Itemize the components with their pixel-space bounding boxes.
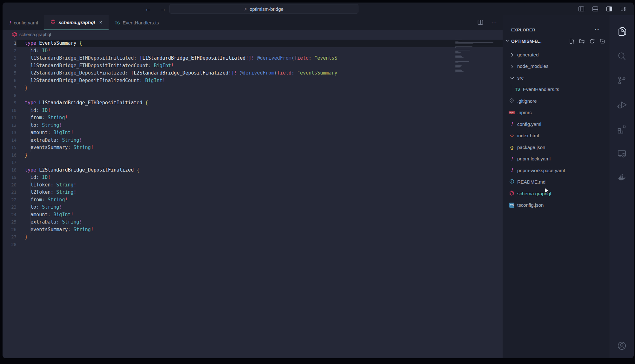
back-icon[interactable]: ← bbox=[145, 5, 151, 13]
code-line[interactable]: 25 extraData: String! bbox=[3, 218, 503, 226]
code-line[interactable]: 19 id: ID! bbox=[3, 174, 503, 181]
line-number: 28 bbox=[3, 241, 17, 249]
line-number: 16 bbox=[3, 152, 17, 159]
explorer-icon[interactable] bbox=[617, 27, 627, 36]
json-braces-icon: {} bbox=[510, 145, 513, 150]
code-line[interactable]: 15 eventsSummary: String! bbox=[3, 144, 503, 152]
code-line[interactable]: 7} bbox=[3, 84, 503, 92]
toggle-panel-left-icon[interactable] bbox=[578, 5, 585, 12]
line-number: 14 bbox=[3, 137, 17, 144]
line-number: 6 bbox=[3, 77, 17, 85]
tab-config-yaml[interactable]: ! config.yaml bbox=[3, 15, 44, 30]
minimap-line bbox=[455, 64, 462, 64]
collapse-all-icon[interactable] bbox=[599, 38, 605, 44]
customize-layout-icon[interactable] bbox=[620, 5, 627, 12]
file-tree-item-config-yaml[interactable]: !config.yaml bbox=[503, 118, 610, 130]
code-line[interactable]: 2 id: ID! bbox=[3, 47, 503, 55]
file-tree-item-eventhandlers-ts[interactable]: TSEventHandlers.ts bbox=[503, 84, 610, 95]
search-icon[interactable] bbox=[617, 51, 627, 61]
code-line[interactable]: 27} bbox=[3, 233, 503, 241]
source-control-icon[interactable] bbox=[617, 75, 627, 85]
file-name: src bbox=[517, 75, 524, 81]
remote-explorer-icon[interactable] bbox=[617, 149, 627, 159]
code-line[interactable]: 5 l2StandardBridge_DepositFinalized: [L2… bbox=[3, 69, 503, 77]
line-number: 4 bbox=[3, 62, 17, 70]
code-line[interactable]: 12 to: String! bbox=[3, 122, 503, 129]
command-search-input[interactable]: ⌕ optimism-bridge bbox=[169, 4, 358, 14]
account-icon[interactable] bbox=[617, 341, 627, 351]
file-tree-item-pnpm-workspace-yaml[interactable]: !pnpm-workspace.yaml bbox=[503, 165, 610, 176]
code-line[interactable]: 6 l2StandardBridge_DepositFinalizedCount… bbox=[3, 77, 503, 85]
code-line[interactable]: 20 l1Token: String! bbox=[3, 181, 503, 189]
line-number: 3 bbox=[3, 55, 17, 62]
code-line[interactable]: 23 to: String! bbox=[3, 204, 503, 211]
code-line[interactable]: 3 l1StandardBridge_ETHDepositInitiated: … bbox=[3, 55, 503, 62]
code-line[interactable]: 4 l1StandardBridge_ETHDepositInitiatedCo… bbox=[3, 62, 503, 70]
code-line[interactable]: 11 from: String! bbox=[3, 114, 503, 122]
new-folder-icon[interactable] bbox=[579, 38, 585, 44]
line-number: 22 bbox=[3, 196, 17, 204]
new-file-icon[interactable] bbox=[569, 38, 575, 44]
code-line[interactable]: 10 id: ID! bbox=[3, 107, 503, 114]
code-line[interactable]: 26 eventsSummary: String! bbox=[3, 226, 503, 234]
file-tree-item-schema-graphql[interactable]: schema.graphql bbox=[503, 188, 610, 199]
run-debug-icon[interactable] bbox=[617, 100, 627, 110]
editor-more-actions-icon[interactable]: ⋯ bbox=[491, 19, 497, 26]
code-line[interactable]: 9type L1StandardBridge_ETHDepositInitiat… bbox=[3, 99, 503, 107]
code-line[interactable]: 13 amount: BigInt! bbox=[3, 129, 503, 137]
forward-icon[interactable]: → bbox=[160, 5, 166, 13]
code-line[interactable]: 16} bbox=[3, 152, 503, 159]
search-value: optimism-bridge bbox=[250, 6, 284, 12]
code-line[interactable]: 8 bbox=[3, 92, 503, 100]
file-tree-item-pnpm-lock-yaml[interactable]: !pnpm-lock.yaml bbox=[503, 153, 610, 165]
line-number: 1 bbox=[3, 40, 17, 47]
tab-schema-graphql[interactable]: schema.graphql × bbox=[44, 15, 108, 30]
code-line[interactable]: 24 amount: BigInt! bbox=[3, 211, 503, 219]
code-line[interactable]: 17 bbox=[3, 159, 503, 166]
file-tree-item--gitignore[interactable]: .gitignore bbox=[503, 95, 610, 107]
tab-eventhandlers-ts[interactable]: TS EventHandlers.ts bbox=[109, 15, 165, 30]
code-editor[interactable]: 1type EventsSummary {2 id: ID!3 l1Standa… bbox=[3, 39, 503, 358]
minimap-line bbox=[455, 59, 456, 59]
minimap-line bbox=[455, 71, 464, 72]
file-tree-item-src[interactable]: src bbox=[503, 72, 610, 84]
breadcrumb[interactable]: schema.graphql bbox=[3, 30, 503, 39]
code-line[interactable]: 1type EventsSummary { bbox=[3, 40, 503, 47]
file-tree-item-node-modules[interactable]: node_modules bbox=[503, 61, 610, 72]
code-line[interactable]: 14 extraData: String! bbox=[3, 137, 503, 144]
explorer-more-icon[interactable]: ⋯ bbox=[595, 27, 600, 32]
npm-icon: npm bbox=[509, 111, 515, 114]
file-tree-item-generated[interactable]: generated bbox=[503, 49, 610, 61]
typescript-icon: TS bbox=[515, 87, 520, 92]
line-number: 27 bbox=[3, 233, 17, 241]
docker-icon[interactable] bbox=[617, 173, 627, 183]
refresh-icon[interactable] bbox=[589, 38, 595, 44]
line-number: 17 bbox=[3, 159, 17, 166]
minimap-line bbox=[455, 66, 461, 67]
file-tree-item-readme-md[interactable]: README.md bbox=[503, 176, 610, 188]
minimap[interactable] bbox=[455, 40, 495, 77]
toggle-panel-right-icon[interactable] bbox=[606, 5, 613, 12]
file-tree-item-index-html[interactable]: <>index.html bbox=[503, 130, 610, 142]
line-number: 25 bbox=[3, 218, 17, 226]
indent-guide bbox=[30, 107, 30, 152]
close-tab-icon[interactable]: × bbox=[99, 20, 102, 25]
workspace-section-header[interactable]: OPTIMISM-B... bbox=[503, 35, 610, 48]
code-line[interactable]: 21 l2Token: String! bbox=[3, 189, 503, 196]
file-name: EventHandlers.ts bbox=[523, 87, 559, 92]
file-tree-item-package-json[interactable]: {}package.json bbox=[503, 141, 610, 153]
line-number: 13 bbox=[3, 129, 17, 137]
extensions-icon[interactable] bbox=[617, 124, 627, 134]
split-editor-icon[interactable] bbox=[477, 19, 484, 27]
code-line[interactable]: 28 bbox=[3, 241, 503, 249]
line-number: 23 bbox=[3, 204, 17, 211]
layout-controls bbox=[578, 3, 627, 15]
minimap-line bbox=[455, 40, 462, 40]
line-number: 15 bbox=[3, 144, 17, 152]
code-line[interactable]: 22 from: String! bbox=[3, 196, 503, 204]
line-number: 24 bbox=[3, 211, 17, 219]
code-line[interactable]: 18type L2StandardBridge_DepositFinalized… bbox=[3, 166, 503, 174]
file-tree-item--npmrc[interactable]: npm.npmrc bbox=[503, 107, 610, 119]
file-tree-item-tsconfig-json[interactable]: TStsconfig.json bbox=[503, 199, 610, 211]
toggle-panel-bottom-icon[interactable] bbox=[592, 5, 599, 12]
